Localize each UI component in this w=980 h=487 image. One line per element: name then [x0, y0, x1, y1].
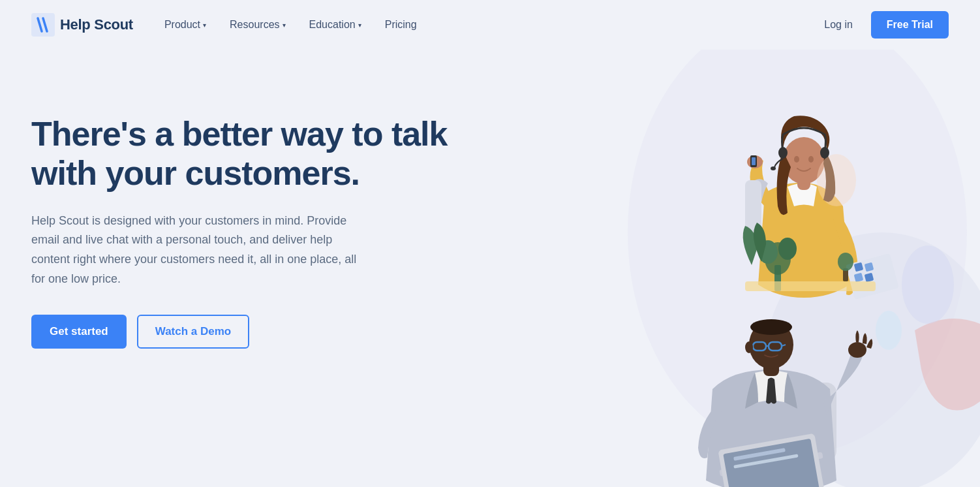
hero-title: There's a better way to talk with your c…: [31, 115, 449, 193]
svg-point-33: [778, 238, 797, 260]
svg-point-41: [750, 319, 792, 335]
illustration-svg: [523, 37, 980, 487]
nav-resources[interactable]: Resources ▾: [219, 14, 296, 36]
hero-section: There's a better way to talk with your c…: [0, 50, 980, 487]
svg-rect-0: [31, 13, 55, 37]
navbar: Help Scout Product ▾ Resources ▾ Educati…: [0, 0, 980, 50]
watch-demo-button[interactable]: Watch a Demo: [137, 315, 250, 349]
hero-content: There's a better way to talk with your c…: [31, 89, 449, 349]
logo-link[interactable]: Help Scout: [31, 13, 133, 37]
education-chevron-icon: ▾: [358, 22, 361, 29]
svg-point-16: [794, 156, 799, 163]
svg-point-18: [778, 147, 788, 159]
nav-pricing[interactable]: Pricing: [375, 14, 427, 36]
get-started-button[interactable]: Get started: [31, 315, 127, 349]
svg-rect-23: [752, 157, 756, 165]
svg-point-17: [808, 156, 814, 163]
hero-description: Help Scout is designed with your custome…: [31, 212, 371, 289]
product-chevron-icon: ▾: [203, 22, 206, 29]
svg-point-47: [745, 341, 753, 353]
svg-point-48: [848, 342, 866, 358]
resources-chevron-icon: ▾: [283, 22, 286, 29]
svg-point-61: [817, 154, 856, 206]
helpscout-logo-icon: [31, 13, 55, 37]
free-trial-button[interactable]: Free Trial: [871, 11, 949, 39]
svg-point-36: [838, 253, 853, 271]
nav-right: Log in Free Trial: [816, 11, 949, 39]
svg-rect-34: [745, 281, 876, 291]
nav-product[interactable]: Product ▾: [154, 14, 217, 36]
nav-links: Product ▾ Resources ▾ Education ▾ Pricin…: [154, 14, 816, 36]
login-button[interactable]: Log in: [816, 14, 861, 36]
hero-illustration: [523, 37, 980, 487]
hero-buttons: Get started Watch a Demo: [31, 315, 449, 349]
svg-point-60: [902, 245, 954, 324]
logo-text: Help Scout: [60, 16, 133, 33]
svg-point-62: [876, 311, 902, 350]
nav-education[interactable]: Education ▾: [299, 14, 372, 36]
svg-point-20: [771, 166, 776, 170]
